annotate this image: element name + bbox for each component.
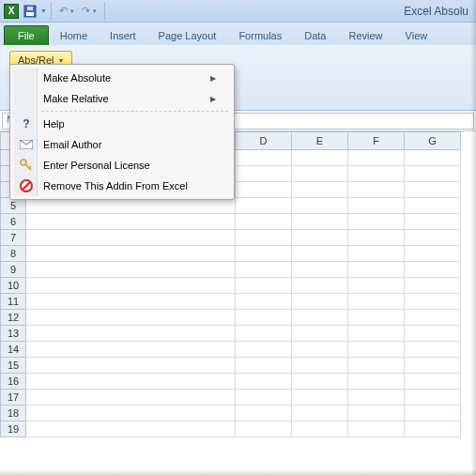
column-header[interactable]: D	[236, 131, 292, 150]
menu-help[interactable]: ? Help	[13, 114, 231, 134]
row-header[interactable]: 10	[0, 278, 26, 294]
cell[interactable]	[236, 358, 292, 374]
cell[interactable]	[405, 326, 461, 342]
menu-enter-license[interactable]: Enter Personal License	[13, 155, 231, 176]
cell[interactable]	[348, 326, 405, 342]
cell[interactable]	[348, 374, 405, 390]
menu-make-relative[interactable]: Make Relative ▶	[13, 88, 231, 109]
cell[interactable]	[292, 166, 348, 182]
cell[interactable]	[236, 310, 292, 326]
cell[interactable]	[26, 262, 236, 278]
cell[interactable]	[348, 150, 405, 166]
cell[interactable]	[348, 166, 405, 182]
row-header[interactable]: 16	[0, 374, 26, 390]
excel-icon[interactable]: X	[4, 4, 19, 19]
cell[interactable]	[348, 421, 405, 437]
cell[interactable]	[236, 150, 292, 166]
cell[interactable]	[292, 230, 348, 246]
row-header[interactable]: 17	[0, 390, 26, 406]
cell[interactable]	[292, 326, 348, 342]
menu-remove-addin[interactable]: Remove This Addin From Excel	[13, 176, 231, 196]
cell[interactable]	[405, 166, 461, 182]
cell[interactable]	[236, 278, 292, 294]
tab-home[interactable]: Home	[49, 26, 99, 45]
cell[interactable]	[26, 326, 236, 342]
cell[interactable]	[292, 358, 348, 374]
cell[interactable]	[405, 310, 461, 326]
tab-file[interactable]: File	[4, 25, 49, 45]
cell[interactable]	[236, 390, 292, 406]
row-header[interactable]: 6	[0, 214, 26, 230]
cell[interactable]	[348, 262, 405, 278]
cell[interactable]	[292, 214, 348, 230]
cell[interactable]	[405, 150, 461, 166]
cell[interactable]	[405, 278, 461, 294]
row-header[interactable]: 7	[0, 230, 26, 246]
cell[interactable]	[405, 182, 461, 198]
row-header[interactable]: 8	[0, 246, 26, 262]
row-header[interactable]: 18	[0, 406, 26, 421]
row-header[interactable]: 5	[0, 198, 26, 214]
cell[interactable]	[292, 246, 348, 262]
tab-formulas[interactable]: Formulas	[227, 26, 293, 45]
cell[interactable]	[26, 310, 236, 326]
cell[interactable]	[26, 278, 236, 294]
cell[interactable]	[348, 230, 405, 246]
cell[interactable]	[348, 246, 405, 262]
cell[interactable]	[348, 406, 405, 421]
menu-make-absolute[interactable]: Make Absolute ▶	[13, 68, 231, 88]
cell[interactable]	[26, 358, 236, 374]
column-header[interactable]: F	[348, 131, 405, 150]
cell[interactable]	[236, 421, 292, 437]
cell[interactable]	[348, 198, 405, 214]
cell[interactable]	[348, 294, 405, 310]
cell[interactable]	[236, 182, 292, 198]
cell[interactable]	[405, 342, 461, 358]
cell[interactable]	[26, 374, 236, 390]
cell[interactable]	[236, 230, 292, 246]
cell[interactable]	[405, 406, 461, 421]
cell[interactable]	[236, 374, 292, 390]
cell[interactable]	[348, 342, 405, 358]
tab-review[interactable]: Review	[337, 26, 393, 45]
cell[interactable]	[348, 358, 405, 374]
row-header[interactable]: 19	[0, 421, 26, 437]
column-header[interactable]: E	[292, 131, 348, 150]
cell[interactable]	[292, 342, 348, 358]
tab-insert[interactable]: Insert	[99, 26, 147, 45]
cell[interactable]	[292, 278, 348, 294]
row-header[interactable]: 14	[0, 342, 26, 358]
qat-dropdown-icon[interactable]: ▼	[40, 8, 47, 14]
cell[interactable]	[405, 390, 461, 406]
cell[interactable]	[26, 214, 236, 230]
cell[interactable]	[348, 182, 405, 198]
row-header[interactable]: 9	[0, 262, 26, 278]
menu-email-author[interactable]: Email Author	[13, 134, 231, 155]
redo-button[interactable]: ↷▾	[82, 5, 97, 17]
cell[interactable]	[348, 214, 405, 230]
cell[interactable]	[236, 198, 292, 214]
cell[interactable]	[405, 294, 461, 310]
cell[interactable]	[236, 406, 292, 421]
row-header[interactable]: 11	[0, 294, 26, 310]
save-icon[interactable]	[23, 4, 38, 19]
row-header[interactable]: 12	[0, 310, 26, 326]
cell[interactable]	[292, 182, 348, 198]
cell[interactable]	[236, 246, 292, 262]
cell[interactable]	[405, 374, 461, 390]
cell[interactable]	[292, 150, 348, 166]
cell[interactable]	[348, 390, 405, 406]
cell[interactable]	[405, 214, 461, 230]
cell[interactable]	[292, 198, 348, 214]
cell[interactable]	[348, 278, 405, 294]
undo-button[interactable]: ↶▾	[59, 5, 74, 17]
cell[interactable]	[405, 230, 461, 246]
cell[interactable]	[26, 342, 236, 358]
cell[interactable]	[26, 294, 236, 310]
tab-view[interactable]: View	[394, 26, 439, 45]
cell[interactable]	[236, 166, 292, 182]
cell[interactable]	[26, 246, 236, 262]
cell[interactable]	[348, 310, 405, 326]
cell[interactable]	[405, 198, 461, 214]
cell[interactable]	[405, 358, 461, 374]
